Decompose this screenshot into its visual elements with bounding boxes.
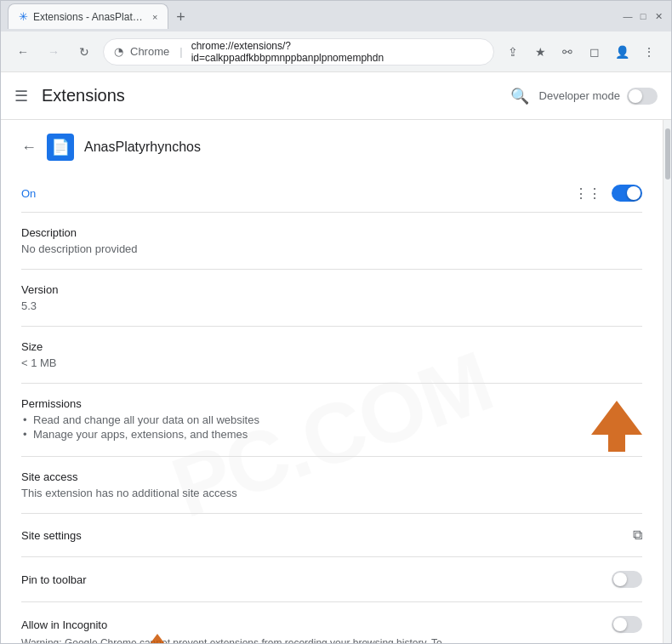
site-settings-label: Site settings bbox=[21, 529, 633, 542]
pin-toolbar-row: Pin to toolbar bbox=[21, 557, 642, 602]
incognito-section: Allow in Incognito Warning: Google Chrom… bbox=[21, 602, 642, 643]
description-section: Description No description provided bbox=[21, 213, 642, 270]
permissions-section: Permissions Read and change all your dat… bbox=[21, 384, 642, 457]
site-settings-row: Site settings ⧉ bbox=[21, 514, 642, 557]
extension-icon-glyph: 📄 bbox=[51, 138, 70, 157]
incognito-header-row: Allow in Incognito bbox=[21, 616, 642, 633]
share-button[interactable]: ⇪ bbox=[501, 40, 525, 64]
tab-search-button[interactable]: ◻ bbox=[583, 40, 607, 64]
chrome-logo-icon: ◔ bbox=[114, 45, 123, 58]
site-access-value: This extension has no additional site ac… bbox=[21, 487, 642, 499]
back-button[interactable]: ← bbox=[21, 139, 37, 157]
address-bar-row: ← → ↻ ◔ Chrome | chrome://extensions/?id… bbox=[1, 31, 671, 72]
sidebar-toggle-button[interactable]: ☰ bbox=[14, 87, 28, 105]
search-icon[interactable]: 🔍 bbox=[510, 87, 529, 105]
profile-button[interactable]: 👤 bbox=[610, 40, 634, 64]
minimize-button[interactable]: — bbox=[622, 10, 634, 22]
incognito-warning: Warning: Google Chrome cannot prevent ex… bbox=[21, 636, 464, 643]
title-bar: ✳ Extensions - AnasPlatyrhynchos × + — □… bbox=[1, 1, 671, 31]
extensions-button[interactable]: ⚯ bbox=[555, 40, 579, 64]
developer-mode-label: Developer mode bbox=[539, 89, 620, 102]
maximize-button[interactable]: □ bbox=[637, 10, 649, 22]
tab-title: Extensions - AnasPlatyrhynchos bbox=[33, 11, 144, 23]
developer-mode-toggle[interactable] bbox=[627, 88, 658, 105]
on-off-row: On ⋮⋮ bbox=[21, 174, 642, 213]
url-separator: | bbox=[179, 45, 182, 58]
chrome-prefix: Chrome bbox=[130, 45, 169, 58]
size-section: Size < 1 MB bbox=[21, 327, 642, 384]
scroll-area[interactable]: PC.COM ← 📄 AnasPlatyrhynchos On ⋮⋮ bbox=[1, 120, 663, 643]
tab-extension-icon: ✳ bbox=[19, 10, 28, 23]
close-button[interactable]: ✕ bbox=[652, 10, 664, 22]
active-tab[interactable]: ✳ Extensions - AnasPlatyrhynchos × bbox=[8, 3, 168, 29]
site-access-section: Site access This extension has no additi… bbox=[21, 457, 642, 514]
pin-toolbar-toggle[interactable] bbox=[612, 571, 642, 588]
reload-button[interactable]: ↻ bbox=[72, 40, 96, 64]
address-bar[interactable]: ◔ Chrome | chrome://extensions/?id=calkp… bbox=[103, 38, 494, 66]
tabs-area: ✳ Extensions - AnasPlatyrhynchos × + bbox=[8, 3, 618, 29]
content-wrapper: PC.COM ← 📄 AnasPlatyrhynchos On ⋮⋮ bbox=[1, 120, 663, 643]
pin-toolbar-toggle-thumb bbox=[613, 573, 627, 586]
back-row: ← 📄 AnasPlatyrhynchos bbox=[21, 134, 642, 161]
developer-mode-area: 🔍 Developer mode bbox=[510, 87, 658, 105]
scrollbar-thumb[interactable] bbox=[665, 128, 670, 180]
incognito-label: Allow in Incognito bbox=[21, 618, 612, 631]
tab-close-button[interactable]: × bbox=[152, 12, 157, 22]
extensions-header: ☰ Extensions 🔍 Developer mode bbox=[1, 72, 671, 120]
permission-item-1: Read and change all your data on all web… bbox=[21, 413, 642, 426]
bookmark-button[interactable]: ★ bbox=[528, 40, 552, 64]
external-link-icon[interactable]: ⧉ bbox=[633, 527, 642, 543]
grid-view-icon[interactable]: ⋮⋮ bbox=[574, 185, 601, 202]
back-nav-button[interactable]: ← bbox=[11, 40, 35, 64]
address-actions: ⇪ ★ ⚯ ◻ 👤 ⋮ bbox=[501, 40, 661, 64]
page-title: Extensions bbox=[42, 86, 510, 105]
version-label: Version bbox=[21, 283, 642, 296]
new-tab-button[interactable]: + bbox=[168, 5, 192, 29]
size-value: < 1 MB bbox=[21, 356, 642, 369]
scrollbar[interactable] bbox=[663, 120, 671, 643]
extension-detail: ← 📄 AnasPlatyrhynchos On ⋮⋮ bbox=[1, 120, 663, 643]
menu-button[interactable]: ⋮ bbox=[637, 40, 661, 64]
permission-item-2: Manage your apps, extensions, and themes bbox=[21, 428, 642, 441]
content-area: PC.COM ← 📄 AnasPlatyrhynchos On ⋮⋮ bbox=[1, 120, 671, 643]
enabled-label: On bbox=[21, 187, 574, 200]
permissions-label: Permissions bbox=[21, 397, 642, 410]
version-section: Version 5.3 bbox=[21, 270, 642, 327]
extension-name: AnasPlatyrhynchos bbox=[84, 140, 201, 155]
developer-mode-toggle-thumb bbox=[629, 89, 642, 103]
description-value: No description provided bbox=[21, 242, 642, 255]
permissions-list: Read and change all your data on all web… bbox=[21, 413, 642, 441]
extension-icon: 📄 bbox=[47, 134, 74, 161]
version-value: 5.3 bbox=[21, 299, 642, 312]
extension-enabled-toggle-thumb bbox=[627, 186, 641, 200]
extension-enabled-toggle[interactable] bbox=[612, 185, 642, 202]
url-text: chrome://extensions/?id=calkppadfkbbpmnp… bbox=[191, 40, 483, 64]
incognito-toggle-thumb bbox=[613, 618, 627, 631]
size-label: Size bbox=[21, 340, 642, 353]
description-label: Description bbox=[21, 226, 642, 239]
forward-nav-button[interactable]: → bbox=[42, 40, 65, 64]
window-controls: — □ ✕ bbox=[622, 10, 664, 22]
pin-toolbar-label: Pin to toolbar bbox=[21, 573, 612, 586]
site-access-label: Site access bbox=[21, 470, 642, 483]
incognito-toggle[interactable] bbox=[612, 616, 642, 633]
